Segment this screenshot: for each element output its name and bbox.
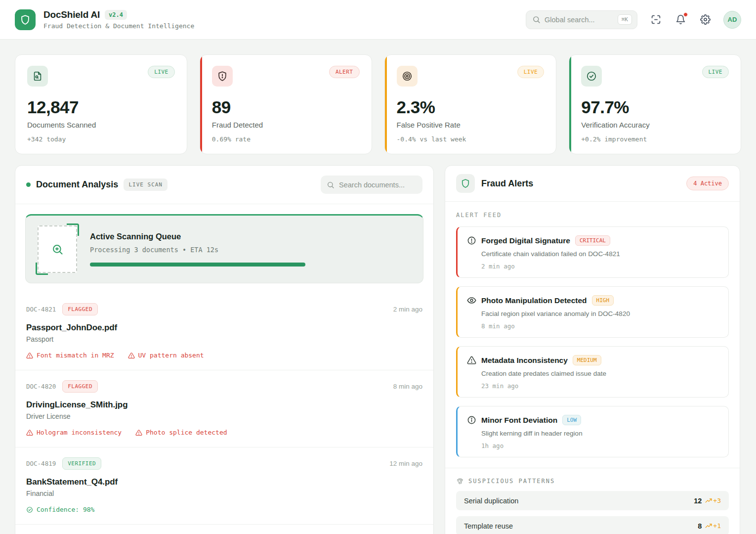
issue-item: UV pattern absent <box>128 352 204 359</box>
stats-row: LIVE 12,847 Documents Scanned +342 today… <box>15 54 741 154</box>
target-icon <box>397 66 418 87</box>
status-badge: LIVE <box>702 66 729 78</box>
status-badge: LIVE <box>148 66 175 78</box>
document-name: BankStatement_Q4.pdf <box>26 477 422 487</box>
document-row[interactable]: DOC-4821 FLAGGED 2 min ago Passport_John… <box>15 293 433 370</box>
scan-icon <box>651 14 661 25</box>
pattern-row[interactable]: Serial duplication 12 +3 <box>456 491 729 510</box>
global-search[interactable]: ⌘K <box>526 10 637 29</box>
suspicious-patterns-section: SUSPICIOUS PATTERNS Serial duplication 1… <box>445 468 740 534</box>
document-name: Passport_JohnDoe.pdf <box>26 323 422 333</box>
version-badge: v2.4 <box>105 10 127 20</box>
document-id: DOC-4819 <box>26 460 56 467</box>
stat-label: Documents Scanned <box>27 121 175 129</box>
stat-value: 12,847 <box>27 97 175 117</box>
card-accent <box>385 55 387 154</box>
warning-triangle-icon <box>128 352 135 359</box>
document-name: DrivingLicense_SMith.jpg <box>26 400 422 410</box>
search-icon <box>327 181 335 189</box>
live-indicator-dot <box>26 182 31 187</box>
top-bar: DocShield AI v2.4 Fraud Detection & Docu… <box>0 0 756 40</box>
app-logo <box>15 9 36 30</box>
issue-item: Font mismatch in MRZ <box>26 352 114 359</box>
alert-title: Metadata Inconsistency <box>481 356 568 365</box>
queue-status: Processing 3 documents • ETA 12s <box>90 246 411 254</box>
document-time: 12 min ago <box>389 460 422 467</box>
alert-circle-icon <box>467 236 476 245</box>
panel-title: Fraud Alerts <box>481 178 533 189</box>
document-analysis-panel: Document Analysis LIVE SCAN Active Scann… <box>15 165 434 534</box>
alert-feed-label: ALERT FEED <box>456 212 729 219</box>
pattern-count: 8 <box>698 522 702 530</box>
queue-title: Active Scanning Queue <box>90 232 411 241</box>
active-scanning-queue: Active Scanning Queue Processing 3 docum… <box>25 214 423 283</box>
fingerprint-icon <box>456 477 464 485</box>
alert-description: Creation date predates claimed issue dat… <box>481 370 720 377</box>
document-status-badge: VERIFIED <box>62 457 101 470</box>
shield-icon <box>456 174 475 193</box>
card-accent <box>569 55 571 154</box>
settings-button[interactable] <box>699 13 712 26</box>
stat-sub: +0.2% improvement <box>581 135 729 143</box>
document-row[interactable]: DOC-4819 VERIFIED 12 min ago BankStateme… <box>15 447 433 525</box>
trending-up-icon <box>705 497 712 504</box>
status-badge: ALERT <box>329 66 360 78</box>
document-search-input[interactable] <box>339 181 413 189</box>
document-time: 2 min ago <box>393 306 422 313</box>
severity-badge: LOW <box>562 415 581 425</box>
stat-card-fraud-detected: ALERT 89 Fraud Detected 0.69% rate <box>200 54 372 154</box>
warning-triangle-icon <box>135 429 142 436</box>
patterns-label: SUSPICIOUS PATTERNS <box>468 478 555 485</box>
stat-sub: -0.4% vs last week <box>397 135 545 143</box>
scan-button[interactable] <box>649 13 662 26</box>
app-subtitle: Fraud Detection & Document Intelligence <box>43 22 194 30</box>
alert-title: Minor Font Deviation <box>481 416 557 425</box>
pattern-trend: +1 <box>705 522 721 530</box>
file-search-icon <box>27 66 48 87</box>
check-circle-icon <box>26 506 33 513</box>
stat-label: Verification Accuracy <box>581 121 729 129</box>
status-badge: LIVE <box>517 66 545 78</box>
pattern-name: Template reuse <box>464 522 513 530</box>
stat-value: 2.3% <box>397 97 545 117</box>
document-time: 8 min ago <box>393 383 422 390</box>
warning-triangle-icon <box>26 429 33 436</box>
eye-icon <box>467 296 476 305</box>
shield-icon <box>20 14 31 25</box>
alert-title: Photo Manipulation Detected <box>481 296 587 305</box>
confidence-indicator: Confidence: 98% <box>26 506 422 513</box>
severity-badge: CRITICAL <box>575 235 610 246</box>
global-search-input[interactable] <box>545 16 599 24</box>
document-row[interactable]: DOC-4820 FLAGGED 8 min ago DrivingLicens… <box>15 370 433 447</box>
info-circle-icon <box>467 415 476 425</box>
trending-up-icon <box>705 523 712 530</box>
app-title: DocShield AI <box>43 9 100 20</box>
pattern-trend: +3 <box>705 497 721 504</box>
issue-item: Photo splice detected <box>135 429 227 436</box>
shield-alert-icon <box>212 66 233 87</box>
document-search[interactable] <box>321 176 422 194</box>
pattern-name: Serial duplication <box>464 497 518 505</box>
check-circle-icon <box>581 66 602 87</box>
alert-card[interactable]: Metadata Inconsistency MEDIUM Creation d… <box>456 346 729 398</box>
search-icon <box>532 15 541 24</box>
alert-card[interactable]: Photo Manipulation Detected HIGH Facial … <box>456 286 729 338</box>
scan-frame-illustration <box>38 225 77 273</box>
document-status-badge: FLAGGED <box>62 303 98 315</box>
stat-card-documents-scanned: LIVE 12,847 Documents Scanned +342 today <box>15 54 187 154</box>
stat-sub: 0.69% rate <box>212 135 360 143</box>
card-accent <box>15 55 17 154</box>
stat-card-false-positive-rate: LIVE 2.3% False Positive Rate -0.4% vs l… <box>384 54 557 154</box>
notifications-button[interactable] <box>674 13 687 26</box>
alert-time: 23 min ago <box>481 382 720 390</box>
user-avatar[interactable]: AD <box>723 11 741 29</box>
alert-card[interactable]: Minor Font Deviation LOW Slight kerning … <box>456 406 729 457</box>
queue-progress-bar <box>90 263 411 267</box>
alert-card[interactable]: Forged Digital Signature CRITICAL Certif… <box>456 226 729 278</box>
live-scan-badge: LIVE SCAN <box>124 178 168 191</box>
pattern-row[interactable]: Template reuse 8 +1 <box>456 516 729 534</box>
queue-progress-fill <box>90 263 305 267</box>
stat-card-verification-accuracy: LIVE 97.7% Verification Accuracy +0.2% i… <box>569 54 741 154</box>
document-id: DOC-4820 <box>26 383 56 390</box>
active-alerts-badge: 4 Active <box>686 177 729 190</box>
